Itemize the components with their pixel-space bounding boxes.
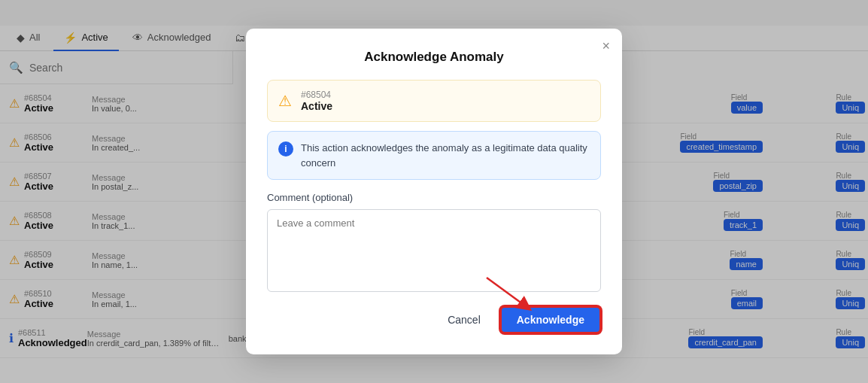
comment-label: Comment (optional) xyxy=(267,192,601,203)
anomaly-card: ⚠ #68504 Active xyxy=(267,80,601,122)
modal-footer: Cancel Acknowledge xyxy=(267,306,601,333)
modal-close-button[interactable]: × xyxy=(602,39,610,53)
info-card: i This action acknowledges the anomaly a… xyxy=(267,131,601,180)
cancel-button[interactable]: Cancel xyxy=(436,308,493,332)
anomaly-warning-icon: ⚠ xyxy=(278,92,292,110)
comment-textarea[interactable] xyxy=(267,209,601,292)
anomaly-info: #68504 Active xyxy=(301,90,332,112)
anomaly-status: Active xyxy=(301,100,332,112)
acknowledge-button[interactable]: Acknowledge xyxy=(500,306,601,333)
anomaly-id: #68504 xyxy=(301,90,332,100)
info-text: This action acknowledges the anomaly as … xyxy=(301,141,590,170)
modal-title: Acknowledge Anomaly xyxy=(267,50,601,65)
modal-overlay: × Acknowledge Anomaly ⚠ #68504 Active i … xyxy=(0,0,868,383)
acknowledge-modal: × Acknowledge Anomaly ⚠ #68504 Active i … xyxy=(246,29,622,354)
info-circle-icon: i xyxy=(278,141,293,157)
